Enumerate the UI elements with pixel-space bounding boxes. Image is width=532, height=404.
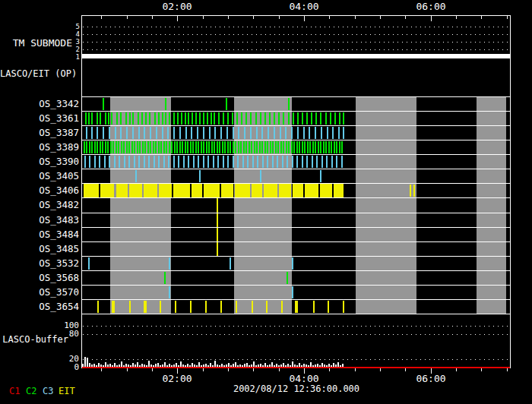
os-row-tick [162,127,163,139]
os-row-tick [91,127,93,139]
os-row-tick [134,141,135,153]
bottom-axis-minor-tick [405,368,406,371]
buffer-usage-bar [239,365,241,367]
os-row-tick [323,141,325,153]
os-row-tick [255,112,257,125]
os-row-tick [166,141,167,153]
os-row-label: OS_3484 [15,229,79,240]
activity-gray-band [477,97,506,314]
buffer-usage-bar [116,365,118,367]
os-row-tick [343,127,344,139]
os-row-separator [82,256,510,257]
os-row-tick [138,127,140,139]
buffer-usage-bar [112,365,113,367]
os-row-tick [89,141,90,153]
buffer-usage-bar [121,361,122,367]
os-row-tick [321,127,322,139]
os-row-tick [233,141,234,153]
buffer-usage-bar [269,365,271,367]
os-row-segment [264,184,277,197]
os-row-segment [173,184,190,197]
os-row-tick [103,98,104,110]
buffer-usage-bar [219,365,220,367]
os-row-tick [128,141,130,153]
buffer-ytick-label: 0 [45,363,79,372]
os-row-tick [320,112,321,125]
os-row-tick [277,156,278,168]
os-row-tick [128,156,130,168]
buffer-usage-bar [212,365,214,367]
os-row-tick [226,127,228,139]
buffer-usage-bar [230,365,232,367]
buffer-usage-bar [299,363,300,367]
os-row-tick [209,127,211,139]
plot-right-border [510,15,511,368]
os-row-tick [312,141,314,153]
os-row-tick [326,156,328,168]
os-row-tick [313,301,315,313]
os-row-tick [260,170,261,182]
os-row-tick [251,141,252,153]
top-axis-major-tick [304,16,305,21]
os-row-tick [343,301,344,313]
os-row-tick [207,112,208,125]
os-row-segment [279,184,291,197]
buffer-usage-bar [255,365,257,367]
os-row-tick [224,141,226,153]
os-row-label: OS_3654 [15,301,79,312]
os-row-tick [256,127,258,139]
buffer-usage-bar [310,362,312,367]
os-row-tick [116,112,118,125]
buffer-usage-bar [130,365,131,367]
os-row-tick [299,141,300,153]
os-row-tick [192,141,194,153]
os-row-tick [302,156,303,168]
os-row-tick [198,156,199,168]
buffer-usage-bar [82,364,84,367]
telemetry-plot-screen: TM SUBMODE LASCO/EIT (OP) LASCO-buffer 2… [0,0,532,404]
time-label-top: 06:00 [408,2,454,12]
os-row-tick [269,112,271,125]
os-row-segment [144,184,157,197]
buffer-ytick-label: 80 [45,330,79,339]
buffer-usage-bar [132,363,134,367]
os-row-tick [99,156,100,168]
buffer-dotted-line [83,326,509,327]
os-row-tick [260,112,261,125]
os-row-tick [288,112,290,125]
buffer-usage-bar [331,365,332,367]
os-row-tick [267,156,268,168]
os-row-tick [171,141,173,153]
os-row-tick [241,112,242,125]
os-row-tick [235,141,236,153]
buffer-usage-bar [150,365,152,367]
os-row-tick [240,141,242,153]
buffer-usage-bar [283,363,284,367]
os-row-tick [287,272,288,284]
os-row-tick [214,127,216,139]
os-row-tick [174,141,176,153]
os-row-tick [179,127,181,139]
buffer-usage-bar [84,357,86,367]
os-row-tick [287,156,288,168]
os-row-tick [236,112,238,125]
buffer-usage-bar [253,361,255,367]
os-row-tick [137,141,138,153]
buffer-usage-bar [87,358,88,367]
buffer-usage-bar [217,365,218,367]
buffer-usage-bar [319,365,321,367]
os-row-tick [245,112,247,125]
buffer-usage-bar [205,364,207,367]
buffer-usage-bar [192,363,193,367]
os-row-tick [315,127,316,139]
os-row-tick [297,112,299,125]
os-row-label: OS_3389 [15,142,79,153]
os-row-tick [108,112,109,125]
os-row-tick [169,112,170,125]
os-row-tick [105,141,106,153]
os-row-tick [230,257,231,270]
os-row-tick [190,301,192,313]
buffer-usage-bar [176,363,177,367]
os-row-tick [207,156,209,168]
os-row-tick [179,141,181,153]
